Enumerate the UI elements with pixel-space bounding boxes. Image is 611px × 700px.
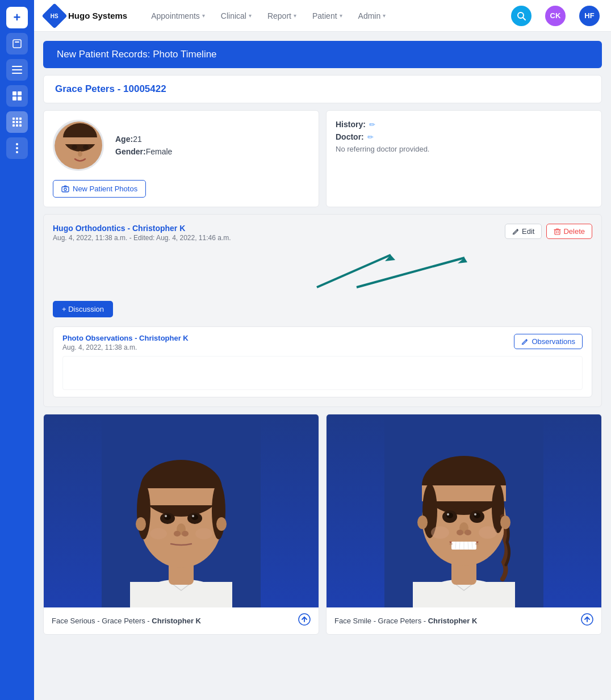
photos-grid: Face Serious - Grace Peters - Christophe… xyxy=(43,414,602,635)
svg-point-57 xyxy=(195,528,212,539)
more-button[interactable] xyxy=(6,137,28,159)
top-navigation: HS Hugo Systems Appointments ▾ Clinical … xyxy=(34,0,611,32)
obs-content-area xyxy=(62,356,583,390)
svg-rect-17 xyxy=(19,124,22,127)
svg-rect-2 xyxy=(12,66,22,67)
svg-point-43 xyxy=(137,483,150,539)
svg-point-88 xyxy=(475,543,479,545)
svg-point-27 xyxy=(83,145,89,149)
svg-rect-16 xyxy=(16,124,18,127)
upload-icon-serious[interactable] xyxy=(298,613,311,628)
svg-rect-61 xyxy=(413,582,515,607)
svg-rect-15 xyxy=(12,124,15,127)
menu-button[interactable] xyxy=(6,59,28,81)
pencil-icon xyxy=(521,338,529,345)
svg-rect-38 xyxy=(130,582,232,607)
arrows-svg xyxy=(53,246,592,292)
timeline-actions: Edit Delete xyxy=(505,224,592,239)
nav-admin[interactable]: Admin ▾ xyxy=(357,9,387,23)
svg-marker-35 xyxy=(458,258,467,263)
nav-arrow-report: ▾ xyxy=(294,12,296,19)
svg-point-77 xyxy=(457,530,463,535)
arrows-annotation xyxy=(53,246,592,292)
patient-gender: Gender:Female xyxy=(115,147,172,156)
face-smile-svg xyxy=(384,414,543,607)
photo-card-smile: Face Smile - Grace Peters - Christopher … xyxy=(326,414,602,635)
photo-image-smile xyxy=(327,414,601,607)
records-button[interactable] xyxy=(6,33,28,55)
observations-card: Photo Observations - Christopher K Aug. … xyxy=(53,326,592,397)
history-edit-icon[interactable]: ✏ xyxy=(369,120,375,129)
svg-rect-0 xyxy=(13,40,21,48)
doctor-label: Doctor: xyxy=(336,132,364,141)
patient-title: Grace Peters - 10005422 xyxy=(55,83,590,95)
patient-details: Age:21 Gender:Female xyxy=(115,135,172,156)
apps-button[interactable] xyxy=(6,111,28,133)
svg-point-85 xyxy=(431,526,449,539)
patient-name-bar: Grace Peters - 10005422 xyxy=(43,75,602,103)
sidebar: + xyxy=(0,0,34,700)
timeline-clinic-info: Hugo Orthodontics - Christopher K Aug. 4… xyxy=(53,224,231,242)
obs-title: Photo Observations - Christopher K xyxy=(62,334,189,342)
svg-rect-10 xyxy=(16,118,18,120)
svg-point-26 xyxy=(72,145,77,149)
svg-rect-31 xyxy=(555,230,560,234)
svg-rect-42 xyxy=(140,488,222,505)
svg-rect-11 xyxy=(19,118,22,120)
photo-card-serious: Face Serious - Grace Peters - Christophe… xyxy=(43,414,319,635)
svg-point-74 xyxy=(447,513,449,515)
svg-point-52 xyxy=(192,515,194,517)
nav-arrow-patient: ▾ xyxy=(340,12,342,19)
patient-photo-card: Age:21 Gender:Female New Patient Photos xyxy=(43,110,319,207)
svg-point-46 xyxy=(216,517,227,531)
nav-patient[interactable]: Patient ▾ xyxy=(311,9,344,23)
svg-rect-5 xyxy=(12,91,16,95)
discussion-button[interactable]: + Discussion xyxy=(53,301,113,317)
svg-point-87 xyxy=(449,543,453,545)
svg-rect-8 xyxy=(18,97,22,100)
svg-point-78 xyxy=(464,530,471,535)
patient-avatar xyxy=(53,120,104,171)
upload-icon-smile[interactable] xyxy=(581,613,593,628)
obs-info: Photo Observations - Christopher K Aug. … xyxy=(62,334,189,351)
user-avatar-hf[interactable]: HF xyxy=(579,6,600,26)
nav-arrow-admin: ▾ xyxy=(383,12,386,19)
svg-point-54 xyxy=(174,531,181,536)
svg-point-56 xyxy=(150,528,167,539)
logo-area: HS Hugo Systems xyxy=(45,7,127,25)
svg-rect-12 xyxy=(12,121,15,123)
svg-rect-4 xyxy=(12,73,22,74)
timeline-clinic-name: Hugo Orthodontics - Christopher K xyxy=(53,224,231,233)
svg-rect-6 xyxy=(18,91,22,95)
svg-rect-1 xyxy=(15,41,19,43)
photo-caption-smile: Face Smile - Grace Peters - Christopher … xyxy=(327,607,601,634)
timeline-section: Hugo Orthodontics - Christopher K Aug. 4… xyxy=(43,214,602,407)
doctor-edit-icon[interactable]: ✏ xyxy=(367,133,374,141)
edit-button[interactable]: Edit xyxy=(505,224,542,239)
svg-point-51 xyxy=(165,515,167,517)
patient-age: Age:21 xyxy=(115,135,172,144)
svg-point-28 xyxy=(78,151,82,157)
nav-appointments[interactable]: Appointments ▾ xyxy=(150,9,206,23)
svg-point-75 xyxy=(474,513,476,515)
logo-icon: HS xyxy=(41,3,67,28)
search-button[interactable] xyxy=(511,6,532,26)
user-avatar-ck[interactable]: CK xyxy=(545,6,566,26)
photo-image-serious xyxy=(44,414,319,607)
nav-report[interactable]: Report ▾ xyxy=(266,9,298,23)
svg-point-30 xyxy=(64,188,66,190)
observations-button[interactable]: Observations xyxy=(514,334,583,349)
nav-clinical[interactable]: Clinical ▾ xyxy=(220,9,253,23)
svg-rect-14 xyxy=(19,121,22,123)
no-ref-text: No referring doctor provided. xyxy=(336,145,592,153)
delete-button[interactable]: Delete xyxy=(546,224,592,239)
svg-point-18 xyxy=(16,143,18,145)
new-patient-photos-button[interactable]: New Patient Photos xyxy=(53,180,146,198)
page-header: New Patient Records: Photo Timeline xyxy=(43,41,602,68)
grid-button[interactable] xyxy=(6,85,28,107)
face-serious-svg xyxy=(102,414,261,607)
svg-rect-13 xyxy=(16,121,18,123)
history-label: History: xyxy=(336,120,366,129)
camera-icon xyxy=(61,185,69,193)
add-button[interactable]: + xyxy=(6,7,28,28)
